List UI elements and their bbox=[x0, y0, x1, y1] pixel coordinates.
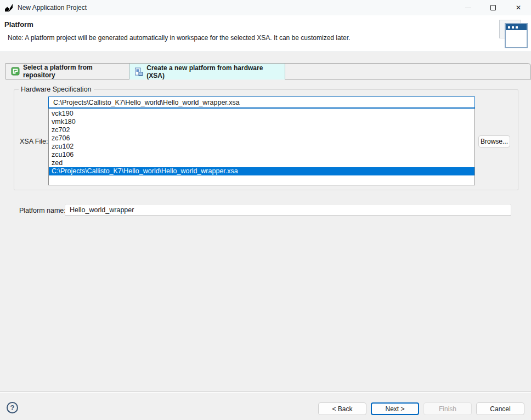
platform-tab-bar: Select a platform from repository Create… bbox=[5, 63, 531, 80]
browse-button[interactable]: Browse... bbox=[478, 135, 510, 147]
tab-create-platform-from-hardware[interactable]: Create a new platform from hardware (XSA… bbox=[129, 63, 285, 80]
dropdown-item[interactable]: zcu102 bbox=[49, 143, 474, 151]
finish-button: Finish bbox=[423, 402, 472, 415]
next-button[interactable]: Next > bbox=[371, 402, 419, 415]
xsa-file-combo-value: C:\Projects\Callisto_K7\Hello_world\Hell… bbox=[53, 99, 240, 106]
tab-label: Create a new platform from hardware (XSA… bbox=[146, 64, 279, 80]
maximize-button[interactable] bbox=[481, 0, 506, 15]
dropdown-item[interactable]: vck190 bbox=[49, 110, 474, 118]
question-mark-icon: ? bbox=[10, 404, 15, 412]
page-note: Note: A platform project will be generat… bbox=[8, 34, 350, 42]
minimize-button[interactable] bbox=[455, 0, 481, 15]
close-button[interactable]: ✕ bbox=[506, 0, 531, 15]
amd-logo-icon bbox=[4, 3, 13, 12]
dropdown-item[interactable]: zc706 bbox=[49, 134, 474, 143]
wizard-header: Platform Note: A platform project will b… bbox=[0, 15, 531, 52]
platform-name-input[interactable]: Hello_world_wrapper bbox=[65, 204, 511, 216]
tab-select-platform-from-repository[interactable]: Select a platform from repository bbox=[5, 63, 129, 80]
title-bar[interactable]: New Application Project ✕ bbox=[0, 0, 531, 15]
minimize-icon bbox=[465, 8, 471, 8]
back-button[interactable]: < Back bbox=[318, 402, 366, 415]
page-title: Platform bbox=[4, 20, 33, 29]
dropdown-item[interactable]: C:\Projects\Callisto_K7\Hello_world\Hell… bbox=[49, 167, 474, 175]
help-button[interactable]: ? bbox=[7, 402, 18, 413]
tab-label: Select a platform from repository bbox=[23, 64, 124, 79]
new-hardware-platform-icon bbox=[134, 67, 143, 76]
window-title: New Application Project bbox=[18, 4, 87, 12]
tab-bar-empty-strip bbox=[285, 63, 531, 80]
new-application-project-dialog: New Application Project ✕ Platform Note:… bbox=[0, 0, 531, 420]
close-icon: ✕ bbox=[516, 4, 521, 11]
new-window-wizard-icon bbox=[496, 19, 528, 49]
group-label: Hardware Specification bbox=[19, 86, 94, 93]
cancel-button[interactable]: Cancel bbox=[476, 402, 524, 415]
xsa-file-combo[interactable]: C:\Projects\Callisto_K7\Hello_world\Hell… bbox=[48, 97, 475, 109]
platform-name-value: Hello_world_wrapper bbox=[70, 206, 134, 214]
foreground-window-graphic bbox=[505, 23, 528, 48]
dropdown-item[interactable]: zc702 bbox=[49, 126, 474, 134]
maximize-icon bbox=[490, 5, 496, 10]
platform-repository-icon bbox=[11, 67, 20, 76]
dialog-footer: ? < Back Next > Finish Cancel bbox=[0, 391, 531, 420]
dropdown-item[interactable]: vmk180 bbox=[49, 118, 474, 126]
platform-name-label: Platform name: bbox=[19, 207, 66, 214]
xsa-file-dropdown-list[interactable]: vck190vmk180zc702zc706zcu102zcu106zedC:\… bbox=[48, 109, 475, 185]
xsa-file-label: XSA File: bbox=[20, 138, 48, 145]
dropdown-item[interactable]: zed bbox=[49, 159, 474, 167]
dropdown-item[interactable]: zcu106 bbox=[49, 151, 474, 159]
